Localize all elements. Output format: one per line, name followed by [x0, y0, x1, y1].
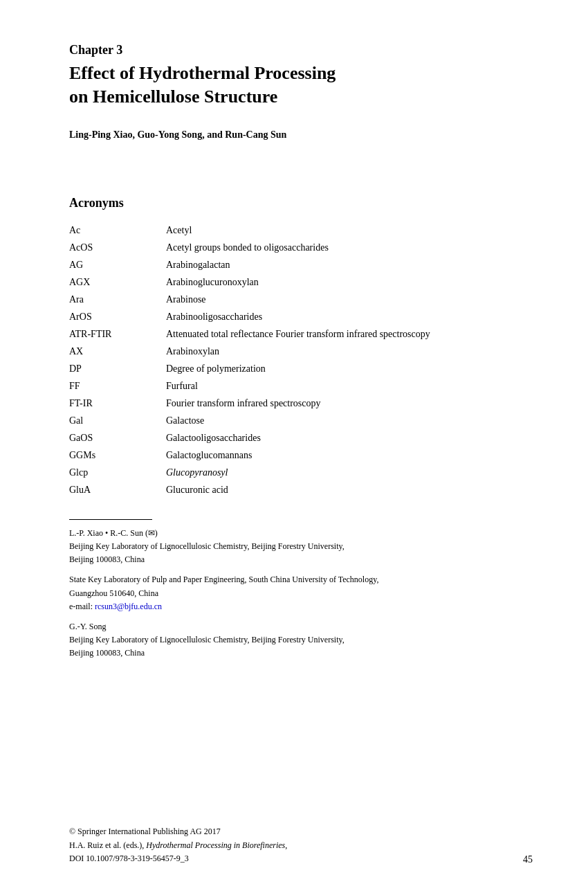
table-row: GlcpGlucopyranosyl [69, 464, 533, 481]
abbreviation-cell: ATR-FTIR [69, 325, 166, 343]
definition-cell: Attenuated total reflectance Fourier tra… [166, 325, 533, 343]
abbreviation-cell: Glcp [69, 464, 166, 481]
definition-cell: Degree of polymerization [166, 360, 533, 377]
abbreviation-cell: GluA [69, 481, 166, 498]
definition-cell: Furfural [166, 377, 533, 395]
definition-cell: Arabinooligosaccharides [166, 308, 533, 325]
table-row: ATR-FTIRAttenuated total reflectance Fou… [69, 325, 533, 343]
table-row: GaOSGalactooligosaccharides [69, 429, 533, 447]
abbreviation-cell: Ara [69, 291, 166, 308]
abbreviation-cell: Ac [69, 222, 166, 239]
abbreviation-cell: FT-IR [69, 395, 166, 412]
email-link[interactable]: rcsun3@bjfu.edu.cn [95, 602, 162, 611]
abbreviation-cell: GaOS [69, 429, 166, 447]
abbreviation-cell: ArOS [69, 308, 166, 325]
abbreviation-cell: AcOS [69, 239, 166, 256]
table-row: ArOSArabinooligosaccharides [69, 308, 533, 325]
chapter-title: Effect of Hydrothermal Processing on Hem… [69, 62, 533, 109]
footer-bar: © Springer International Publishing AG 2… [69, 825, 533, 865]
definition-cell: Acetyl [166, 222, 533, 239]
table-row: GluAGlucuronic acid [69, 481, 533, 498]
page: Chapter 3 Effect of Hydrothermal Process… [0, 0, 588, 893]
abbreviation-cell: AX [69, 343, 166, 360]
definition-cell: Glucuronic acid [166, 481, 533, 498]
definition-cell: Acetyl groups bonded to oligosaccharides [166, 239, 533, 256]
table-row: AGXArabinoglucuronoxylan [69, 273, 533, 291]
table-row: DPDegree of polymerization [69, 360, 533, 377]
footer-left: © Springer International Publishing AG 2… [69, 825, 287, 865]
abbreviation-cell: Gal [69, 412, 166, 429]
table-row: AcOSAcetyl groups bonded to oligosacchar… [69, 239, 533, 256]
acronyms-table: AcAcetylAcOSAcetyl groups bonded to olig… [69, 222, 533, 498]
definition-cell: Fourier transform infrared spectroscopy [166, 395, 533, 412]
table-row: AGArabinogalactan [69, 256, 533, 273]
authors: Ling-Ping Xiao, Guo-Yong Song, and Run-C… [69, 129, 533, 141]
abbreviation-cell: AG [69, 256, 166, 273]
definition-cell: Galactose [166, 412, 533, 429]
table-row: GalGalactose [69, 412, 533, 429]
footnote-divider [69, 519, 152, 520]
table-row: AcAcetyl [69, 222, 533, 239]
abbreviation-cell: DP [69, 360, 166, 377]
definition-cell: Arabinogalactan [166, 256, 533, 273]
abbreviation-cell: FF [69, 377, 166, 395]
abbreviation-cell: GGMs [69, 447, 166, 464]
table-row: AXArabinoxylan [69, 343, 533, 360]
definition-cell: Arabinoglucuronoxylan [166, 273, 533, 291]
footnote-affiliation3: G.-Y. Song Beijing Key Laboratory of Lig… [69, 620, 533, 660]
table-row: FFFurfural [69, 377, 533, 395]
table-row: GGMsGalactoglucomannans [69, 447, 533, 464]
chapter-label: Chapter 3 [69, 42, 533, 59]
definition-cell: Arabinoxylan [166, 343, 533, 360]
definition-cell: Arabinose [166, 291, 533, 308]
table-row: AraArabinose [69, 291, 533, 308]
footnote-affiliation2: State Key Laboratory of Pulp and Paper E… [69, 573, 533, 613]
definition-cell: Galactooligosaccharides [166, 429, 533, 447]
abbreviation-cell: AGX [69, 273, 166, 291]
definition-cell: Glucopyranosyl [166, 464, 533, 481]
definition-cell: Galactoglucomannans [166, 447, 533, 464]
table-row: FT-IRFourier transform infrared spectros… [69, 395, 533, 412]
section-title: Acronyms [69, 196, 533, 210]
page-number: 45 [523, 854, 533, 865]
footnote-affiliation1: L.-P. Xiao • R.-C. Sun (✉) Beijing Key L… [69, 527, 533, 567]
